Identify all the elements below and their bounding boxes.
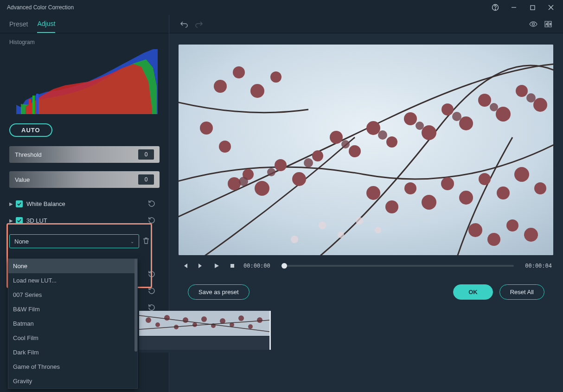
reset-all-button[interactable]: Reset All: [499, 284, 544, 300]
svg-point-54: [267, 168, 275, 176]
compare-icon[interactable]: AB: [542, 18, 555, 31]
svg-point-71: [164, 315, 170, 321]
svg-point-15: [228, 177, 241, 190]
svg-point-30: [496, 107, 511, 122]
svg-point-44: [459, 191, 473, 205]
svg-point-31: [516, 85, 528, 97]
svg-point-52: [524, 228, 538, 242]
lut-option-batman[interactable]: Batman: [8, 316, 137, 331]
lut-option-none[interactable]: None: [8, 259, 137, 273]
dropdown-scrollbar[interactable]: [134, 259, 137, 352]
stop-button[interactable]: [228, 261, 237, 270]
lut-option-got[interactable]: Game of Thrones: [8, 360, 137, 374]
section-label: 3D LUT: [26, 217, 147, 224]
window-title: Advanced Color Correction: [5, 4, 488, 11]
redo-icon[interactable]: [192, 18, 205, 31]
lut-option-dark-film[interactable]: Dark Film: [8, 345, 137, 360]
reset-icon[interactable]: [147, 216, 156, 225]
slider-value-box[interactable]: 0: [138, 174, 154, 185]
expand-arrow-icon[interactable]: ▶: [9, 201, 16, 206]
svg-point-29: [478, 94, 491, 107]
lut-option-cool-film[interactable]: Cool Film: [8, 331, 137, 345]
step-back-button[interactable]: [180, 261, 190, 270]
svg-point-17: [255, 181, 269, 196]
current-time: 00:00:00: [243, 263, 270, 269]
svg-point-41: [404, 182, 416, 194]
svg-rect-7: [32, 96, 35, 114]
delete-icon[interactable]: [142, 237, 150, 245]
tab-preset[interactable]: Preset: [9, 16, 28, 32]
checkbox-3d-lut[interactable]: [16, 217, 23, 224]
svg-rect-3: [531, 6, 535, 10]
svg-rect-8: [36, 94, 38, 114]
timeline-slider[interactable]: [282, 265, 514, 267]
svg-point-43: [441, 177, 454, 190]
lut-option-bw-film[interactable]: B&W Film: [8, 302, 137, 316]
svg-point-75: [201, 316, 207, 322]
lut-dropdown-list[interactable]: None Load new LUT... 007 Series B&W Film…: [8, 258, 138, 389]
svg-point-56: [341, 140, 350, 148]
svg-point-70: [155, 322, 160, 327]
svg-point-47: [514, 167, 529, 182]
ok-button[interactable]: OK: [453, 284, 493, 300]
reset-icon[interactable]: [147, 287, 156, 295]
svg-point-22: [349, 145, 361, 157]
close-button[interactable]: [544, 1, 558, 14]
svg-point-80: [248, 324, 253, 329]
svg-point-28: [459, 116, 473, 130]
svg-point-58: [416, 122, 424, 130]
timeline-thumb[interactable]: [282, 263, 287, 269]
checkbox-white-balance[interactable]: [16, 200, 23, 207]
section-3d-lut[interactable]: ▶ 3D LUT: [9, 213, 160, 228]
svg-point-24: [386, 136, 397, 148]
auto-button[interactable]: AUTO: [9, 123, 52, 137]
slider-threshold[interactable]: Threshold 0: [9, 146, 160, 163]
save-as-preset-button[interactable]: Save as preset: [188, 284, 250, 300]
slider-value[interactable]: 0: [138, 149, 154, 160]
svg-point-64: [356, 217, 363, 225]
svg-point-21: [330, 131, 343, 144]
step-forward-button[interactable]: [196, 261, 205, 270]
section-white-balance[interactable]: ▶ White Balance: [9, 196, 160, 211]
undo-icon[interactable]: [178, 18, 191, 31]
lut-option-load-new[interactable]: Load new LUT...: [8, 273, 137, 288]
maximize-button[interactable]: [525, 1, 540, 14]
svg-point-27: [441, 103, 454, 116]
svg-point-81: [257, 317, 262, 323]
preview-eye-icon[interactable]: [527, 18, 540, 31]
slider-value[interactable]: Value 0: [9, 171, 160, 188]
svg-point-55: [304, 158, 313, 167]
lut-option-gravity[interactable]: Gravity: [8, 374, 137, 388]
svg-text:B: B: [550, 23, 551, 26]
bottom-bar: Save as preset OK Reset All: [179, 276, 554, 307]
play-button[interactable]: [212, 261, 221, 270]
svg-text:A: A: [546, 23, 548, 26]
dropdown-selected: None: [14, 238, 29, 245]
svg-point-69: [146, 317, 151, 323]
panel-tabs: Preset Adjust: [0, 15, 169, 33]
svg-point-32: [533, 98, 547, 112]
lut-dropdown[interactable]: None ⌄: [9, 234, 139, 248]
svg-point-1: [495, 9, 495, 9]
lut-option-007[interactable]: 007 Series: [8, 288, 137, 302]
svg-point-38: [219, 141, 231, 153]
svg-point-25: [404, 112, 417, 125]
minimize-button[interactable]: [506, 1, 521, 14]
timeline-strip[interactable]: [139, 311, 270, 353]
svg-point-18: [275, 159, 287, 171]
histogram-red: [26, 64, 152, 114]
reset-icon[interactable]: [147, 270, 156, 278]
total-time: 00:00:04: [525, 263, 552, 269]
svg-point-59: [452, 112, 461, 121]
help-icon[interactable]: [488, 1, 503, 14]
expand-arrow-icon[interactable]: ▶: [9, 218, 16, 223]
svg-point-35: [250, 84, 264, 98]
svg-point-23: [366, 121, 380, 135]
video-preview: [179, 45, 553, 255]
reset-icon[interactable]: [147, 199, 156, 208]
svg-point-19: [292, 172, 306, 186]
svg-point-62: [319, 222, 326, 229]
svg-point-66: [291, 236, 298, 243]
tab-adjust[interactable]: Adjust: [37, 15, 55, 33]
right-toolbar: AB: [169, 15, 563, 33]
